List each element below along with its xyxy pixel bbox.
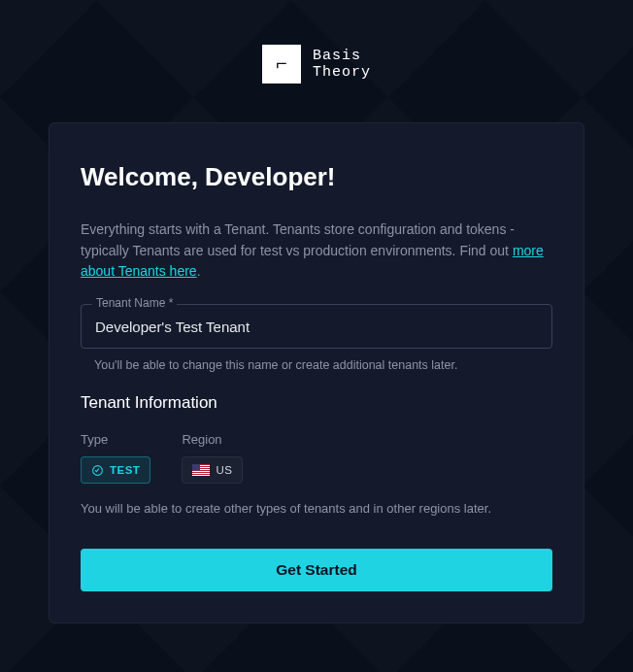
- tenant-name-field: Tenant Name *: [81, 304, 552, 349]
- test-icon: [91, 464, 104, 477]
- tenant-name-input[interactable]: [81, 304, 552, 349]
- tenant-region-chip: US: [182, 456, 243, 484]
- logo-line2: Theory: [313, 64, 371, 81]
- tenant-name-hint: You'll be able to change this name or cr…: [81, 358, 552, 372]
- svg-rect-6: [192, 473, 210, 474]
- tenant-type-value: TEST: [110, 464, 140, 476]
- get-started-button[interactable]: Get Started: [81, 549, 552, 591]
- tenant-name-label: Tenant Name *: [92, 296, 177, 310]
- onboarding-card: Welcome, Developer! Everything starts wi…: [49, 122, 584, 623]
- brand-logo: ⌐ Basis Theory: [0, 0, 633, 122]
- intro-text: Everything starts with a Tenant. Tenants…: [81, 219, 552, 283]
- intro-suffix: .: [197, 263, 201, 279]
- svg-rect-8: [192, 464, 200, 471]
- tenant-type-chip: TEST: [81, 456, 150, 484]
- logo-mark: ⌐: [262, 45, 301, 84]
- tenant-type-col: Type TEST: [81, 432, 150, 484]
- intro-prefix: Everything starts with a Tenant. Tenants…: [81, 221, 515, 258]
- svg-rect-5: [192, 471, 210, 472]
- tenant-region-value: US: [216, 464, 232, 476]
- logo-text: Basis Theory: [313, 48, 371, 82]
- tenant-region-label: Region: [182, 432, 243, 447]
- us-flag-icon: [192, 464, 210, 476]
- tenant-info-note: You will be able to create other types o…: [81, 501, 552, 516]
- tenant-info-row: Type TEST Region: [81, 432, 552, 484]
- tenant-region-col: Region US: [182, 432, 243, 484]
- page-title: Welcome, Developer!: [81, 162, 552, 192]
- logo-line1: Basis: [313, 48, 371, 64]
- svg-rect-7: [192, 475, 210, 476]
- tenant-info-heading: Tenant Information: [81, 393, 552, 413]
- tenant-type-label: Type: [81, 432, 150, 447]
